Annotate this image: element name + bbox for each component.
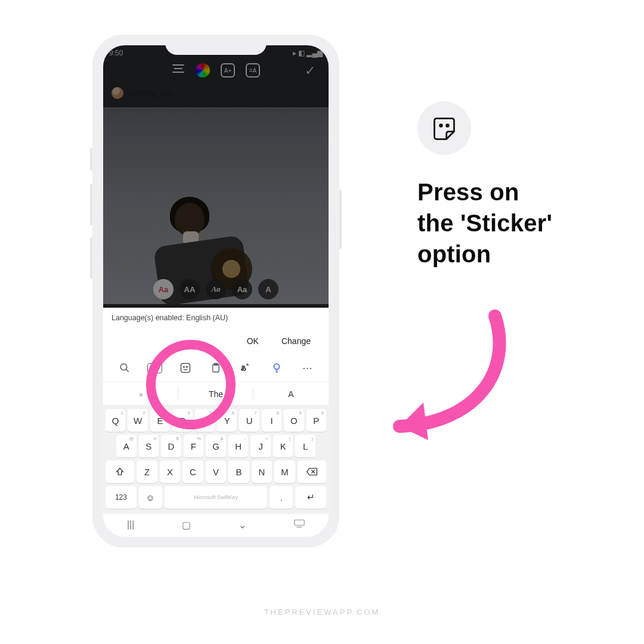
phone-mockup: 9:50 ▸ ◧ ▂▄▆ A+ =A ✓ suwelly_soh: [92, 35, 339, 547]
font-option[interactable]: Aa: [232, 279, 252, 299]
lightbulb-icon[interactable]: [265, 362, 289, 374]
done-check-icon[interactable]: ✓: [305, 63, 315, 79]
key-v[interactable]: V: [206, 460, 226, 483]
key-e[interactable]: 3E: [150, 409, 170, 432]
translate-icon[interactable]: あ: [234, 363, 258, 373]
suggestion-bar: ⨉ The A: [103, 382, 329, 405]
key-row: Z X C V B N M: [106, 460, 326, 483]
svg-point-3: [120, 364, 127, 370]
key-i[interactable]: 8I: [262, 409, 281, 432]
key-w[interactable]: 2W: [128, 409, 147, 432]
key-g[interactable]: &G: [206, 435, 226, 457]
instruction-line: option: [417, 239, 596, 270]
suggestion-item[interactable]: The: [178, 382, 253, 405]
key-y[interactable]: 6Y: [217, 409, 237, 432]
font-option[interactable]: A: [258, 279, 278, 299]
watermark: THEPREVIEWAPP.COM: [264, 608, 380, 617]
key-o[interactable]: 9O: [284, 409, 304, 432]
shift-key[interactable]: [106, 460, 134, 483]
key-s[interactable]: #S: [139, 435, 159, 457]
key-n[interactable]: N: [252, 460, 272, 483]
key-u[interactable]: 7U: [239, 409, 259, 432]
nav-recent-icon[interactable]: |||: [127, 519, 134, 530]
side-button: [90, 148, 92, 171]
svg-point-11: [274, 364, 280, 369]
ok-change-row: OK Change: [103, 328, 329, 354]
key-h[interactable]: -H: [228, 435, 249, 457]
suggestion-dismiss[interactable]: ⨉: [103, 382, 178, 405]
key-p[interactable]: 0P: [306, 409, 326, 432]
story-photo: [103, 107, 329, 304]
keyboard-toolbar: GIF あ ⋯: [103, 354, 329, 382]
key-d[interactable]: $D: [161, 435, 181, 457]
instruction-line: Press on: [417, 177, 596, 208]
period-key[interactable]: .: [270, 486, 293, 509]
nav-back-icon[interactable]: ⌄: [239, 519, 246, 531]
gif-icon[interactable]: GIF: [143, 363, 167, 373]
color-picker-icon[interactable]: [196, 63, 210, 78]
key-j[interactable]: +J: [250, 435, 271, 457]
font-option-selected[interactable]: Aa: [153, 279, 174, 299]
sticker-icon[interactable]: [174, 362, 197, 374]
text-anim-icon[interactable]: =A: [246, 63, 260, 78]
svg-text:あ: あ: [241, 365, 246, 371]
enter-key[interactable]: ↵: [295, 486, 326, 509]
svg-line-4: [126, 369, 129, 372]
side-button: [90, 184, 92, 225]
status-icons: ▸ ◧ ▂▄▆: [293, 49, 323, 57]
key-row: 1Q 2W 3E 4R 5T 6Y 7U 8I 9O 0P: [106, 409, 326, 432]
emoji-key[interactable]: ☺: [139, 486, 162, 509]
key-b[interactable]: B: [228, 460, 249, 483]
key-l[interactable]: )L: [295, 435, 315, 457]
svg-rect-5: [181, 364, 190, 373]
nav-keyboard-icon[interactable]: [294, 519, 305, 530]
numbers-key[interactable]: 123: [106, 486, 137, 509]
phone-notch: [165, 35, 267, 55]
svg-point-18: [440, 125, 442, 127]
more-icon[interactable]: ⋯: [295, 362, 319, 374]
android-nav-bar: ||| ▢ ⌄: [103, 514, 329, 535]
nav-home-icon[interactable]: ▢: [182, 519, 191, 531]
key-x[interactable]: X: [160, 460, 180, 483]
ok-button[interactable]: OK: [247, 336, 259, 346]
key-r[interactable]: 4R: [172, 409, 192, 432]
text-top-tools: A+ =A: [103, 63, 329, 78]
font-picker[interactable]: Aa AA Aa Aa A: [103, 279, 329, 299]
search-icon[interactable]: [113, 363, 137, 373]
change-button[interactable]: Change: [281, 336, 311, 346]
key-a[interactable]: @A: [116, 435, 137, 457]
phone-screen: 9:50 ▸ ◧ ▂▄▆ A+ =A ✓ suwelly_soh: [103, 45, 329, 537]
key-row: 123 ☺ Microsoft SwiftKey . ↵: [106, 486, 326, 509]
pointer-arrow-icon: [358, 298, 525, 453]
language-enabled-strip: Language(s) enabled: English (AU): [103, 308, 329, 328]
key-z[interactable]: Z: [137, 460, 157, 483]
story-editor-area: 9:50 ▸ ◧ ▂▄▆ A+ =A ✓ suwelly_soh: [103, 45, 329, 308]
suggestion-item[interactable]: A: [253, 382, 329, 405]
key-c[interactable]: C: [182, 460, 203, 483]
align-icon[interactable]: [172, 64, 185, 78]
font-option[interactable]: AA: [179, 279, 200, 299]
status-time: 9:50: [109, 49, 123, 57]
backspace-key[interactable]: [298, 460, 326, 483]
text-effect-icon[interactable]: A+: [221, 63, 235, 78]
clipboard-icon[interactable]: [204, 362, 228, 374]
key-m[interactable]: M: [274, 460, 295, 483]
keyboard[interactable]: 1Q 2W 3E 4R 5T 6Y 7U 8I 9O 0P @A #S $D %…: [103, 405, 329, 514]
instruction-text: Press on the 'Sticker' option: [417, 177, 596, 270]
key-f[interactable]: %F: [184, 435, 204, 457]
key-k[interactable]: (K: [273, 435, 293, 457]
sticker-icon-badge: [417, 101, 471, 155]
mention-chip[interactable]: suwelly_soh: [112, 87, 174, 99]
side-button: [339, 190, 342, 249]
space-key[interactable]: Microsoft SwiftKey: [165, 486, 268, 509]
svg-point-19: [447, 125, 449, 127]
side-button: [90, 237, 92, 279]
key-q[interactable]: 1Q: [106, 409, 125, 432]
key-row: @A #S $D %F &G -H +J (K )L: [106, 435, 326, 457]
svg-rect-16: [295, 520, 305, 525]
key-t[interactable]: 5T: [195, 409, 215, 432]
mention-username: suwelly_soh: [128, 88, 174, 98]
font-option[interactable]: Aa: [206, 279, 226, 299]
svg-point-6: [184, 367, 185, 368]
svg-point-7: [187, 367, 188, 368]
